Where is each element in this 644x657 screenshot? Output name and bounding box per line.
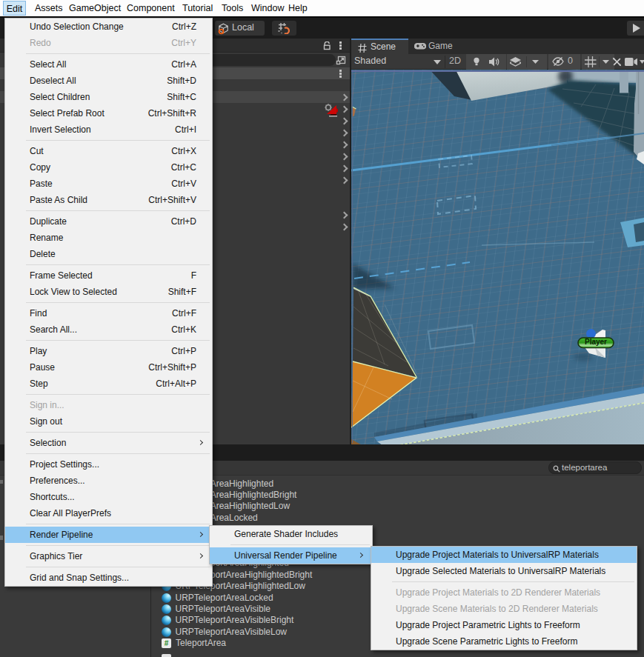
svg-text:Player: Player xyxy=(585,338,607,346)
